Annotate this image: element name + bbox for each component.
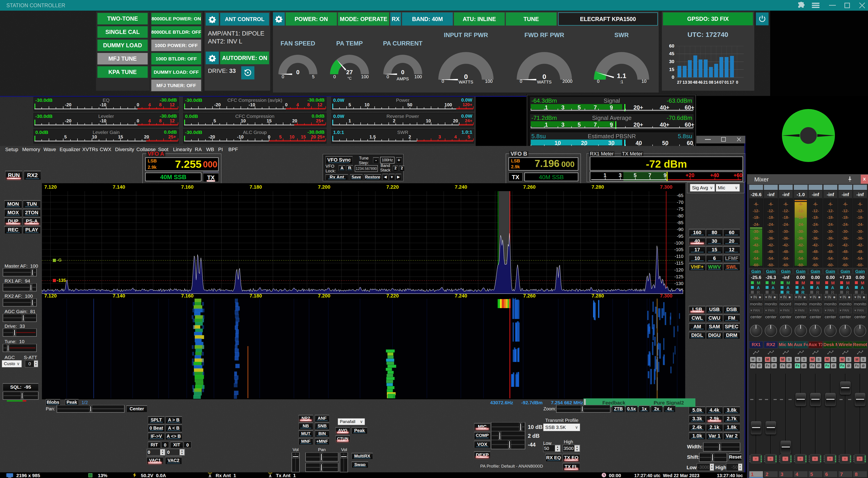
svg-text:7.180: 7.180 bbox=[249, 293, 262, 299]
svg-text:7.180: 7.180 bbox=[249, 184, 262, 190]
svg-text:7.240: 7.240 bbox=[455, 293, 467, 299]
svg-text:14: 14 bbox=[714, 80, 718, 84]
svg-text:07: 07 bbox=[719, 80, 724, 84]
svg-text:-90: -90 bbox=[677, 227, 683, 232]
svg-text:-70: -70 bbox=[677, 200, 683, 205]
svg-text:-130: -130 bbox=[674, 281, 683, 286]
svg-text:7.120: 7.120 bbox=[44, 293, 57, 299]
svg-text:01: 01 bbox=[724, 80, 729, 84]
svg-text:-95: -95 bbox=[677, 234, 683, 239]
svg-text:-115: -115 bbox=[675, 261, 683, 266]
svg-text:7.280: 7.280 bbox=[591, 293, 604, 299]
svg-text:-110: -110 bbox=[675, 254, 683, 259]
svg-text:46: 46 bbox=[698, 80, 703, 84]
svg-text:30: 30 bbox=[688, 80, 692, 84]
svg-text:-105: -105 bbox=[674, 247, 683, 252]
svg-text:-80: -80 bbox=[677, 213, 683, 218]
svg-text:-85: -85 bbox=[677, 220, 683, 225]
svg-text:-135: -135 bbox=[57, 278, 66, 283]
svg-text:17: 17 bbox=[730, 80, 734, 84]
svg-text:7.120: 7.120 bbox=[44, 184, 57, 190]
svg-text:-65: -65 bbox=[677, 193, 683, 198]
svg-text:7.220: 7.220 bbox=[386, 293, 399, 299]
svg-text:7.280: 7.280 bbox=[591, 184, 604, 190]
svg-text:7.140: 7.140 bbox=[113, 293, 125, 299]
svg-text:21: 21 bbox=[703, 80, 708, 84]
svg-text:-120: -120 bbox=[674, 267, 683, 272]
svg-text:7.160: 7.160 bbox=[181, 293, 193, 299]
svg-text:-100: -100 bbox=[674, 240, 683, 245]
svg-text:7.260: 7.260 bbox=[523, 184, 535, 190]
svg-text:0: 0 bbox=[736, 80, 738, 84]
svg-text:-125: -125 bbox=[674, 274, 683, 279]
svg-text:7.220: 7.220 bbox=[386, 184, 399, 190]
svg-text:7.260: 7.260 bbox=[523, 293, 535, 299]
svg-text:7.200: 7.200 bbox=[318, 184, 330, 190]
svg-text:27: 27 bbox=[677, 80, 682, 84]
svg-text:7.160: 7.160 bbox=[181, 184, 193, 190]
svg-text:7.300: 7.300 bbox=[660, 184, 672, 190]
svg-text:48: 48 bbox=[693, 80, 698, 84]
svg-text:-G: -G bbox=[57, 258, 62, 263]
svg-text:7.200: 7.200 bbox=[318, 293, 330, 299]
svg-text:08: 08 bbox=[709, 80, 713, 84]
svg-text:7.240: 7.240 bbox=[455, 184, 467, 190]
svg-text:7.140: 7.140 bbox=[113, 184, 125, 190]
svg-text:7.300: 7.300 bbox=[660, 293, 672, 299]
svg-text:13: 13 bbox=[682, 80, 687, 84]
svg-text:-75: -75 bbox=[677, 207, 683, 211]
